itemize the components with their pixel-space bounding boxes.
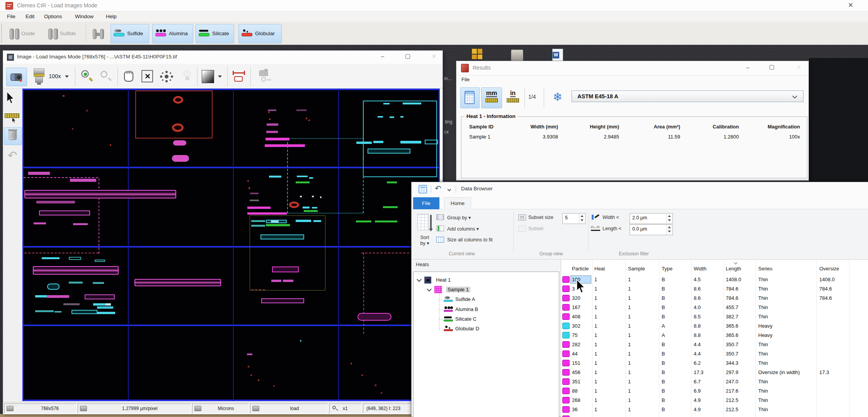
select-tool-icon[interactable]	[6, 92, 16, 104]
menu-window[interactable]: Window	[73, 12, 95, 22]
table-row[interactable]: 26811B4.9212.5Thin	[561, 396, 868, 405]
stage-pattern-button[interactable]	[158, 69, 175, 85]
group-by-button[interactable]: Group by ▾	[436, 214, 510, 222]
measure-tool-button[interactable]	[4, 113, 21, 124]
tab-file[interactable]: File	[413, 197, 439, 209]
column-header-width[interactable]: Width	[694, 266, 706, 272]
column-header-particle[interactable]: Particle	[572, 266, 589, 272]
qat-dropdown-icon[interactable]	[448, 188, 451, 191]
undo-tool-button[interactable]: ↶	[5, 150, 20, 162]
stage-pattern-button-results[interactable]: ❄	[548, 88, 567, 107]
column-header-sample[interactable]: Sample	[628, 266, 645, 272]
tree-expand-chevron[interactable]	[417, 277, 422, 282]
table-row[interactable]: 45611B17.3297.9Oversize (in width)17.3	[561, 368, 868, 377]
tree-item-sample-1[interactable]: Sample 1	[414, 285, 558, 294]
zoom-out-button[interactable]	[98, 68, 113, 85]
tree-item-heat-1[interactable]: Heat 1	[414, 276, 558, 284]
image-minimize-button[interactable]: –	[377, 53, 388, 59]
sort-indicator-icon	[734, 261, 738, 265]
desktop-icon-folder[interactable]	[511, 50, 523, 61]
undo-quick-button[interactable]: ↶	[435, 184, 441, 193]
delete-region-button[interactable]: ×	[140, 69, 155, 85]
data-browser-app-icon[interactable]	[419, 185, 427, 193]
width-filter-spinner[interactable]: 2.0 µm	[630, 213, 673, 224]
table-row[interactable]: 40811B8.5382.7Thin	[561, 312, 868, 321]
standard-combobox[interactable]: ASTM E45-18 A	[572, 91, 803, 102]
ratio-label: 1/4	[528, 94, 536, 100]
toolbar-button-phase-silicate[interactable]: Silicate	[196, 24, 234, 43]
table-row[interactable]: 3611B4.9212.5Thin	[561, 405, 868, 414]
menu-help[interactable]: Help	[104, 12, 118, 22]
magnification-value[interactable]: 100x	[49, 73, 61, 79]
results-maximize-button[interactable]: ▢	[766, 64, 777, 70]
stage-grabber-button[interactable]	[256, 68, 273, 85]
main-close-button[interactable]: ✕	[845, 1, 856, 10]
toolbar-button-phase-globular[interactable]: Globular	[238, 24, 282, 43]
results-close-button[interactable]: ✕	[793, 64, 804, 70]
table-row[interactable]: 35111B6.7247.0Thin	[561, 377, 868, 386]
table-row[interactable]: 311B8.6784.6Thin784.6	[561, 284, 868, 294]
main-toolbar: OxideSulfideSulfideAluminaSilicateGlobul…	[0, 22, 868, 45]
menu-options[interactable]: Options	[43, 12, 64, 22]
zoom-in-button[interactable]	[79, 68, 94, 85]
measure-button[interactable]	[232, 69, 247, 85]
data-browser-window: ↶ Data Browser File Home Sort by ▾ Group…	[411, 182, 868, 417]
tab-home[interactable]: Home	[444, 197, 471, 210]
toolbar-drag-handle[interactable]	[1, 24, 2, 43]
subset-label[interactable]: Subset	[528, 226, 543, 231]
illumination-button[interactable]	[182, 69, 193, 85]
toolbar-button-oxide-disabled[interactable]: Oxide	[6, 25, 40, 43]
pan-hand-button[interactable]	[122, 69, 136, 85]
length-filter-spinner[interactable]: 0.0 µm	[630, 224, 673, 235]
toolbar-button-phase-alumina[interactable]: Alumina	[152, 24, 193, 43]
cell-heat: 1	[594, 351, 597, 357]
table-row[interactable]	[561, 414, 868, 417]
table-row[interactable]: 28211B4.4350.7Thin	[561, 340, 868, 349]
gray-levels-button[interactable]	[202, 70, 214, 83]
tree-item-sulfide-a[interactable]: Sulfide A	[414, 295, 558, 304]
gray-levels-dropdown-icon[interactable]	[218, 75, 222, 78]
results-table-button[interactable]	[460, 87, 480, 108]
tree-item-silicate-c[interactable]: Silicate C	[414, 315, 558, 323]
table-row[interactable]: 4411B4.4350.7Thin	[561, 349, 868, 359]
unit-mm-button[interactable]: mm	[481, 87, 502, 108]
toolbar-button-sulfide-disabled[interactable]: Sulfide	[45, 25, 83, 43]
column-header-series[interactable]: Series	[758, 266, 773, 272]
column-header-heat[interactable]: Heat	[594, 266, 605, 272]
unit-in-button[interactable]: in	[504, 87, 522, 108]
column-header-length[interactable]: Length	[726, 266, 741, 272]
tree-expand-chevron[interactable]	[427, 287, 432, 292]
image-canvas[interactable]	[22, 89, 440, 401]
subset-size-spinner[interactable]: 5	[562, 213, 585, 224]
particle-shape	[400, 116, 403, 118]
histogram-tool-button[interactable]	[90, 26, 107, 43]
table-row[interactable]: 8811B6.9217.6Thin	[561, 386, 868, 396]
table-row[interactable]: 16711B4.0455.7Thin	[561, 303, 868, 312]
size-columns-button[interactable]: Size all columns to fit	[436, 236, 525, 245]
table-row[interactable]: 7511A8.8365.6Heavy	[561, 331, 868, 340]
tree-item-alumina-b[interactable]: Alumina B	[414, 305, 558, 314]
menu-file[interactable]: File	[5, 12, 17, 22]
desktop-icon-word[interactable]: W	[552, 49, 563, 61]
image-maximize-button[interactable]: ▢	[402, 53, 414, 59]
magnification-dropdown-icon[interactable]	[65, 75, 69, 78]
results-menu-file[interactable]: File	[461, 77, 470, 82]
camera-capture-button[interactable]	[6, 68, 27, 86]
menu-edit[interactable]: Edit	[24, 12, 36, 22]
column-header-oversize[interactable]: Oversize	[819, 266, 839, 272]
particle-shape	[356, 142, 372, 144]
table-row[interactable]: 15111B6.2344.3Thin	[561, 359, 868, 368]
sort-by-button[interactable]: Sort by ▾	[415, 213, 434, 255]
toolbar-button-phase-sulfide[interactable]: Sulfide	[111, 24, 149, 43]
image-close-button[interactable]: ✕	[428, 53, 440, 60]
results-minimize-button[interactable]: –	[742, 64, 753, 70]
tree-item-globular-d[interactable]: Globular D	[414, 325, 558, 333]
add-columns-button[interactable]: Add columns ▾	[436, 225, 510, 234]
particle-shape	[34, 222, 46, 224]
table-row[interactable]: 32011B8.6784.6Thin784.6	[561, 294, 868, 303]
table-row[interactable]: 30211A8.8365.6Heavy	[561, 321, 868, 331]
table-row[interactable]: 10011B4.51408.0Thin1408.0	[561, 275, 868, 284]
desktop-icon-app-yellow[interactable]	[471, 48, 483, 60]
delete-tool-button[interactable]	[4, 127, 22, 145]
column-header-type[interactable]: Type	[662, 266, 672, 272]
